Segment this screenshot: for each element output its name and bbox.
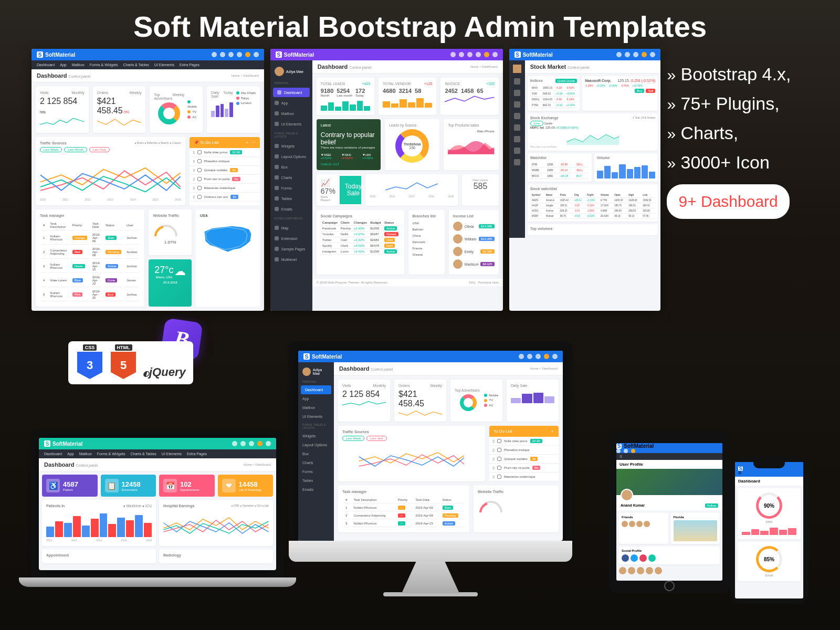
sidebar-item-mailbox[interactable]: Mailbox: [270, 109, 312, 118]
sidebar-item-ui[interactable]: UI Elements: [270, 119, 312, 129]
faq-link[interactable]: FAQ: [469, 281, 476, 284]
volume-card: Volume: [594, 153, 658, 182]
laptop-mockup: SSoftMaterial DashboardAppMailboxForms &…: [32, 430, 284, 587]
mail-icon[interactable]: [459, 52, 464, 57]
settings-icon[interactable]: [254, 52, 259, 57]
todo-item[interactable]: ⠿Nulla vitae purus22:30: [190, 148, 260, 157]
traffic-sources-card: Traffic Sources● Direct ● Referrals ● Se…: [36, 137, 185, 205]
more-icon[interactable]: ⋯: [251, 140, 256, 145]
weather-card: 27°cMiami, USA☁20.6.2018: [149, 259, 191, 307]
settings-icon[interactable]: [492, 52, 498, 57]
orders-card: OrdersWeekly$421 458.45-5%: [93, 87, 146, 133]
company-card: Nasusoft Corp.125.15 -0.258 (-0.52%)-1.0…: [582, 76, 658, 111]
flag-icon[interactable]: [237, 52, 242, 57]
social-icon[interactable]: [648, 554, 656, 562]
sidebar-item-map[interactable]: Map: [270, 223, 312, 233]
latest-card: LatestContrary to popular beliefThere ar…: [317, 119, 381, 170]
todo-item[interactable]: ⠿Phasellus tristique: [190, 157, 260, 166]
indices-card: IndicesQuick Quote NKKI1800.15-0.20-0.42…: [528, 76, 580, 111]
menubar: Dashboard App Mailbox Forms & Widgets Ch…: [32, 60, 264, 69]
new-users-card: 20102012201420162018: [365, 174, 458, 206]
sidebar-item-widgets[interactable]: Widgets: [270, 141, 312, 151]
instagram-icon[interactable]: [639, 554, 647, 562]
sidebar-icon[interactable]: [514, 101, 520, 108]
watchlist-card: WatchlistATBI1258-35.89SELLMSBE2589-20.1…: [528, 153, 592, 182]
invoice-card: INVOICE+3202452145865: [440, 78, 498, 115]
sidebar-item-dashboard[interactable]: Dashboard: [301, 385, 331, 394]
stock-watchlist-card: Stock watchlist SymbolNamePriceChgChg%Vo…: [528, 184, 658, 222]
sidebar-item-emails[interactable]: Emails: [270, 204, 312, 214]
earnings-card: Hospital Earnings● OPD ● Operation ● ICU…: [159, 500, 273, 546]
add-todo-icon[interactable]: ＋: [245, 140, 249, 145]
sidebar-item-dashboard[interactable]: Dashboard: [273, 88, 310, 97]
sidebar-item-forms[interactable]: Forms: [270, 183, 312, 193]
menu-icon[interactable]: ☰: [738, 471, 741, 475]
stat-card-appointments: 📅102Appointments: [159, 475, 215, 497]
sidebar-icon[interactable]: [514, 90, 520, 96]
sidebar-item-layout[interactable]: Layout Options: [270, 152, 312, 161]
sidebar-icon[interactable]: [514, 148, 520, 154]
todo-item[interactable]: ⠿Quisque sodales3d: [190, 166, 260, 175]
todo-item[interactable]: ⠿Proin nec mi porta5w: [190, 175, 260, 184]
purchase-link[interactable]: Purchase Now: [478, 281, 499, 284]
flag-icon[interactable]: [476, 52, 481, 57]
nav-charts[interactable]: Charts & Tables: [123, 63, 149, 67]
sidebar-item-extension[interactable]: Extension: [270, 234, 312, 243]
twitter-icon[interactable]: [631, 554, 638, 562]
avatar[interactable]: [245, 52, 250, 57]
chip-month[interactable]: Last Month: [64, 147, 87, 152]
sell-button[interactable]: Sell: [646, 89, 655, 93]
sidebar-item-multilevel[interactable]: Multilevel: [270, 255, 312, 264]
nav-ui[interactable]: UI Elements: [154, 63, 174, 67]
sidebar-icon[interactable]: [514, 113, 520, 119]
facebook-icon[interactable]: [622, 554, 629, 562]
sidebar-item-box[interactable]: Box: [270, 162, 312, 172]
leads-card: TOTAL LEADS+4209180Month5254Last month17…: [317, 78, 374, 115]
chip-week[interactable]: Last Week: [40, 147, 62, 152]
sidebar-icon[interactable]: [514, 136, 520, 142]
daily-sale-card: Daily SaleTodayAbu DhabiTokyoLondon: [207, 87, 260, 133]
bell-icon[interactable]: [467, 52, 472, 57]
mail-icon[interactable]: [220, 52, 225, 57]
todo-item[interactable]: ⠿Vivamus nec orci2h: [190, 193, 260, 202]
calendar-icon: 📅: [163, 479, 177, 492]
advertisers-card: Top AdvertisersWeeklyMobileTVAC: [150, 87, 203, 133]
tab-candle[interactable]: Candle: [544, 122, 552, 125]
new-users-count: New Users585: [462, 174, 498, 206]
sidebar-icon[interactable]: [514, 124, 520, 131]
sidebar-item-tables[interactable]: Tables: [270, 194, 312, 203]
branches-card: Branches listUSABahrainChinaDenmarkFranc…: [408, 210, 445, 275]
sidebar-item-sample[interactable]: Sample Pages: [270, 244, 312, 254]
nav-mailbox[interactable]: Mailbox: [72, 63, 85, 67]
visits-card: VisitsMonthly2 125 854 hits: [36, 87, 89, 133]
nav-forms[interactable]: Forms & Widgets: [90, 63, 118, 67]
todo-item[interactable]: ⠿Maecenas scelerisque: [190, 184, 260, 193]
bell-icon[interactable]: [228, 52, 234, 57]
search-icon[interactable]: [450, 52, 456, 57]
search-icon[interactable]: [212, 52, 217, 57]
top-products-card: Top Products salesiMac iPhone: [444, 119, 498, 170]
sidebar-icon[interactable]: [514, 159, 520, 165]
checkout-link[interactable]: CHECK OUT: [321, 163, 376, 166]
follow-button[interactable]: Follow: [705, 503, 718, 508]
avatar[interactable]: [484, 52, 489, 57]
sidebar-item-charts[interactable]: Charts: [270, 173, 312, 182]
sidebar-item-app[interactable]: App: [270, 98, 312, 108]
buy-button[interactable]: Buy: [635, 89, 644, 93]
tab-line[interactable]: Line: [530, 121, 543, 126]
tablet-mockup: SSoftMaterial ☰ User Profile Anand Kumar…: [609, 430, 730, 593]
css3-logo-icon: 3: [77, 352, 102, 379]
clipboard-icon: 📋: [105, 479, 119, 492]
nav-dashboard[interactable]: Dashboard: [37, 63, 55, 67]
sidebar-icon[interactable]: [514, 78, 520, 85]
table-row: 5Nullam RhoncusPink2019-Apr-25EndJoshua: [41, 288, 139, 301]
stock-exchange-card: Stock Exchange1 Year | Full ScreenLine C…: [528, 113, 658, 151]
usa-map-card: USA: [196, 209, 260, 307]
table-row: 2Consectetur AdipiscingRed2019-Apr-08Pen…: [41, 246, 139, 259]
nav-app[interactable]: App: [60, 63, 66, 67]
nav-extra[interactable]: Extra Pages: [180, 63, 200, 67]
today-sale-card: 📈 67%More ReportToday Sale: [317, 174, 361, 206]
quick-quote-button[interactable]: Quick Quote: [555, 79, 577, 83]
avatar[interactable]: [513, 65, 521, 73]
chip-year[interactable]: Last Year: [89, 147, 110, 152]
